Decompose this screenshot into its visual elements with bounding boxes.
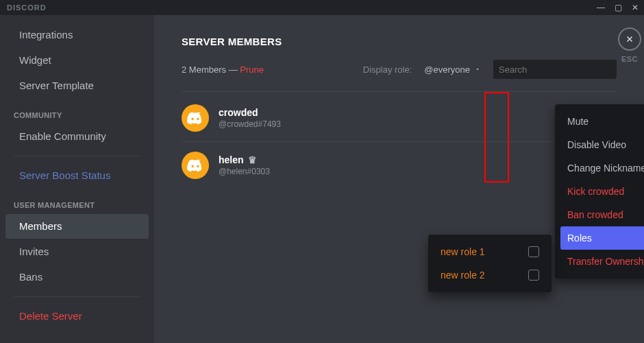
prune-link[interactable]: Prune xyxy=(240,64,264,75)
sidebar-item-delete-server[interactable]: Delete Server xyxy=(5,304,149,329)
members-header-row: 2 Members — Prune Display role: @everyon… xyxy=(182,60,617,79)
window-controls: — ▢ ✕ xyxy=(597,3,639,12)
settings-sidebar: Integrations Widget Server Template COMM… xyxy=(0,15,154,343)
display-role-label: Display role: xyxy=(363,64,412,75)
ctx-item-change-nickname[interactable]: Change Nickname xyxy=(560,156,644,180)
ctx-item-disable-video[interactable]: Disable Video xyxy=(560,133,644,156)
ctx-item-mute[interactable]: Mute xyxy=(560,110,644,133)
ctx-item-roles[interactable]: Roles xyxy=(560,226,644,250)
ctx-label: Roles xyxy=(567,233,592,244)
chevron-down-icon xyxy=(474,66,481,73)
ctx-label: Kick crowded xyxy=(567,186,624,197)
role-option-label: new role 2 xyxy=(441,270,485,281)
dash: — xyxy=(229,64,240,75)
member-count: 2 Members — Prune xyxy=(182,64,264,75)
search-box[interactable] xyxy=(493,60,617,79)
member-username-text: helen xyxy=(219,154,244,165)
ctx-label: Change Nickname xyxy=(567,163,644,174)
ctx-label: Mute xyxy=(567,116,589,127)
close-icon[interactable] xyxy=(618,27,641,51)
member-username: crowded xyxy=(219,107,281,118)
esc-label: ESC xyxy=(614,55,644,63)
titlebar: DISCORD — ▢ ✕ xyxy=(0,0,644,15)
role-filter-select[interactable]: @everyone xyxy=(424,64,481,75)
app-brand: DISCORD xyxy=(7,3,47,12)
role-option[interactable]: new role 2 xyxy=(434,263,546,287)
minimize-button[interactable]: — xyxy=(597,3,605,12)
sidebar-item-enable-community[interactable]: Enable Community xyxy=(5,124,149,149)
sidebar-separator xyxy=(14,156,140,156)
sidebar-item-members[interactable]: Members xyxy=(5,214,149,239)
server-owner-crown-icon: ♛ xyxy=(248,154,257,165)
close-window-button[interactable]: ✕ xyxy=(632,3,639,12)
sidebar-item-widget[interactable]: Widget xyxy=(5,48,149,73)
member-row[interactable]: helen ♛ @helen#0303 + xyxy=(182,142,617,189)
checkbox-icon xyxy=(528,246,539,257)
member-info: helen ♛ @helen#0303 xyxy=(219,154,270,176)
member-info: crowded @crowded#7493 xyxy=(219,107,281,129)
ctx-label: Disable Video xyxy=(567,139,626,150)
checkbox-icon xyxy=(528,270,539,281)
sidebar-item-server-boost[interactable]: Server Boost Status xyxy=(5,163,149,188)
ctx-item-kick[interactable]: Kick crowded xyxy=(560,180,644,203)
discord-logo-icon xyxy=(187,159,203,172)
sidebar-item-invites[interactable]: Invites xyxy=(5,239,149,264)
sidebar-category-user-management: USER MANAGEMENT xyxy=(0,189,154,213)
avatar xyxy=(182,152,209,179)
header-divider xyxy=(182,91,617,92)
page-title: SERVER MEMBERS xyxy=(182,36,617,47)
roles-submenu: new role 1 new role 2 xyxy=(428,235,552,292)
member-row[interactable]: crowded @crowded#7493 + xyxy=(182,95,617,142)
member-tag: @helen#0303 xyxy=(219,167,270,176)
maximize-button[interactable]: ▢ xyxy=(615,3,622,12)
discord-logo-icon xyxy=(187,112,203,124)
sidebar-item-bans[interactable]: Bans xyxy=(5,265,149,289)
role-option-label: new role 1 xyxy=(441,246,485,257)
avatar xyxy=(182,104,209,132)
ctx-label: Ban crowded xyxy=(567,209,623,220)
sidebar-category-community: COMMUNITY xyxy=(0,99,154,123)
ctx-item-ban[interactable]: Ban crowded xyxy=(560,203,644,226)
member-username: helen ♛ xyxy=(219,154,270,165)
main-panel: ESC SERVER MEMBERS 2 Members — Prune Dis… xyxy=(154,15,644,343)
search-input[interactable] xyxy=(499,64,614,75)
member-context-menu: Mute Disable Video Change Nickname Kick … xyxy=(555,104,644,279)
sidebar-item-integrations[interactable]: Integrations xyxy=(5,23,149,47)
role-option[interactable]: new role 1 xyxy=(434,240,546,263)
ctx-item-transfer-ownership[interactable]: Transfer Ownership xyxy=(560,250,644,273)
member-tag: @crowded#7493 xyxy=(219,119,281,129)
sidebar-separator xyxy=(14,296,140,297)
ctx-label: Transfer Ownership xyxy=(567,256,644,267)
role-filter-value: @everyone xyxy=(424,64,470,75)
member-count-text: 2 Members xyxy=(182,64,226,75)
sidebar-item-server-template[interactable]: Server Template xyxy=(5,73,149,98)
close-settings[interactable]: ESC xyxy=(614,27,644,63)
